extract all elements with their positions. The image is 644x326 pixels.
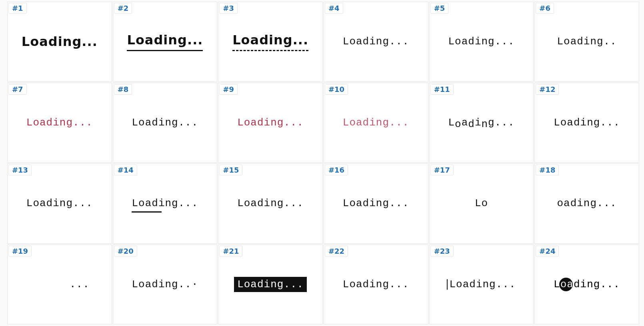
style-cell-17[interactable]: #17Lo xyxy=(429,163,534,244)
cell-badge: #22 xyxy=(325,246,348,256)
cell-badge: #5 xyxy=(430,3,449,14)
loading-sample: Loading... xyxy=(343,197,409,209)
loading-sample: Loading... xyxy=(237,197,304,209)
loading-sample: Loading... xyxy=(22,34,98,49)
loading-sample: Loading... xyxy=(234,277,307,292)
cell-badge: #7 xyxy=(8,84,27,95)
loading-sample: Loading... xyxy=(343,36,409,48)
style-cell-3[interactable]: #3Loading... xyxy=(218,2,323,82)
style-cell-21[interactable]: #21Loading... xyxy=(218,245,323,325)
cell-badge: #2 xyxy=(114,3,132,14)
style-cell-6[interactable]: #6Loading.. xyxy=(534,2,639,82)
loading-sample: Loading... xyxy=(554,117,620,129)
loading-sample: Loading... xyxy=(132,278,198,290)
loading-text: Loading... xyxy=(448,117,514,129)
cell-badge: #24 xyxy=(536,246,559,256)
loading-text: Loading... xyxy=(554,278,620,290)
cell-badge: #10 xyxy=(325,84,348,95)
style-cell-11[interactable]: #11Loading... xyxy=(429,83,534,163)
style-cell-18[interactable]: #18oading... xyxy=(534,163,639,244)
style-cell-16[interactable]: #16Loading... xyxy=(324,163,428,244)
style-cell-9[interactable]: #9Loading... xyxy=(218,83,323,163)
loading-sample: oading... xyxy=(557,197,616,209)
cell-badge: #14 xyxy=(114,165,137,175)
style-cell-24[interactable]: #24Loading... xyxy=(534,245,639,325)
loading-sample: Loading... xyxy=(448,117,514,129)
loading-sample: Lo xyxy=(475,197,488,209)
cell-badge: #12 xyxy=(536,84,559,95)
style-cell-7[interactable]: #7Loading... xyxy=(7,83,112,163)
loading-sample: Loading... xyxy=(26,117,93,129)
loading-style-grid: #1Loading...#2Loading...#3Loading...#4Lo… xyxy=(7,2,639,324)
style-cell-15[interactable]: #15Loading... xyxy=(218,163,323,244)
cell-badge: #19 xyxy=(8,246,32,256)
loading-sample: Loading... xyxy=(132,197,198,209)
style-cell-8[interactable]: #8Loading... xyxy=(113,83,218,163)
cell-badge: #18 xyxy=(536,165,559,175)
loading-sample: Loading... xyxy=(447,278,516,290)
style-cell-1[interactable]: #1Loading... xyxy=(7,2,112,82)
style-cell-23[interactable]: #23Loading... xyxy=(429,245,534,325)
cell-badge: #11 xyxy=(430,84,454,95)
cell-badge: #15 xyxy=(219,165,242,175)
cell-badge: #6 xyxy=(536,3,554,14)
loading-sample: Loading... xyxy=(343,278,409,290)
style-cell-19[interactable]: #19... xyxy=(7,245,112,325)
cell-badge: #20 xyxy=(114,246,137,256)
cell-badge: #23 xyxy=(430,246,454,256)
style-cell-4[interactable]: #4Loading... xyxy=(324,2,428,82)
cell-badge: #3 xyxy=(219,3,238,14)
loading-sample: Loading... xyxy=(127,32,203,51)
style-cell-12[interactable]: #12Loading... xyxy=(534,83,639,163)
style-cell-10[interactable]: #10Loading... xyxy=(324,83,428,163)
style-cell-14[interactable]: #14Loading... xyxy=(113,163,218,244)
style-cell-22[interactable]: #22Loading... xyxy=(324,245,428,325)
cell-badge: #13 xyxy=(8,165,32,175)
loading-sample: Loading... xyxy=(26,197,93,209)
cell-badge: #21 xyxy=(219,246,242,256)
cell-badge: #9 xyxy=(219,84,238,95)
style-cell-13[interactable]: #13Loading... xyxy=(7,163,112,244)
style-cell-5[interactable]: #5Loading... xyxy=(429,2,534,82)
cell-badge: #17 xyxy=(430,165,454,175)
loading-sample: Loading... xyxy=(448,36,514,48)
cell-badge: #8 xyxy=(114,84,132,95)
cell-badge: #16 xyxy=(325,165,348,175)
cell-badge: #4 xyxy=(325,3,343,14)
loading-sample: Loading.. xyxy=(557,36,616,48)
loading-sample: Loading... xyxy=(343,117,409,129)
loading-sample: Loading... xyxy=(554,278,620,290)
loading-sample: Loading... xyxy=(237,117,304,129)
style-cell-2[interactable]: #2Loading... xyxy=(113,2,218,82)
loading-text: Loading... xyxy=(132,278,198,290)
loading-sample: Loading... xyxy=(232,32,308,51)
loading-sample: Loading... xyxy=(132,117,198,129)
style-cell-20[interactable]: #20Loading... xyxy=(113,245,218,325)
loading-sample: ... xyxy=(30,278,90,290)
cell-badge: #1 xyxy=(8,3,27,14)
